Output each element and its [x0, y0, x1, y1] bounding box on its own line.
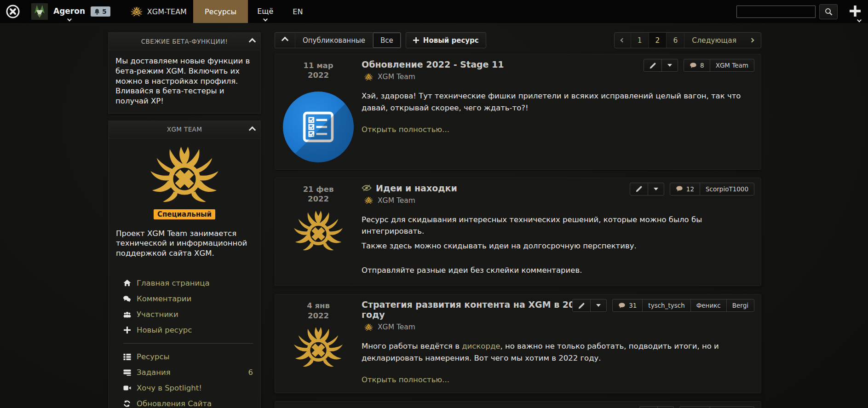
comment-bubble-icon — [676, 186, 683, 192]
post-thumbnail-checklist[interactable] — [283, 92, 354, 162]
collapse-button[interactable] — [250, 38, 255, 46]
post-author[interactable]: XGM Team — [364, 73, 751, 81]
sidebar-item-spotlight[interactable]: Хочу в Spotlight! — [122, 384, 253, 392]
post-thumbnail-eagle[interactable] — [294, 211, 343, 253]
post-date: 11 мар 2022 — [275, 61, 362, 80]
eagle-logo — [364, 323, 373, 331]
tag[interactable]: Феникс — [690, 299, 726, 311]
post-author[interactable]: XGM Team — [364, 323, 751, 331]
sidebar-item-tasks[interactable]: Задания 6 — [122, 368, 253, 377]
chevron-up-icon — [282, 37, 289, 44]
resource-card: 11 мар 2022 Обновление 2022 - Stage 11 X… — [275, 54, 761, 170]
pencil-icon — [578, 302, 585, 309]
tag[interactable]: Bergi — [726, 299, 754, 311]
search-input[interactable] — [736, 6, 816, 18]
team-panel-header: XGM TEAM — [109, 121, 260, 138]
chevron-up-icon — [249, 126, 256, 134]
create-button[interactable] — [850, 6, 861, 17]
filter-published[interactable]: Опубликованные — [295, 33, 373, 48]
tab-more[interactable]: Ещё — [248, 0, 282, 23]
more-actions-button[interactable] — [590, 299, 606, 311]
open-full-link[interactable]: Открыть полностью... — [362, 124, 449, 136]
chevron-left-icon — [620, 38, 625, 43]
page-6[interactable]: 6 — [666, 33, 684, 48]
status-badge: Специальный — [154, 209, 215, 219]
collapse-button[interactable] — [250, 126, 255, 134]
comments-count[interactable]: 8 — [684, 59, 710, 71]
chevron-up-icon — [249, 38, 256, 46]
caret-down-icon — [654, 188, 658, 190]
chevron-down-icon — [858, 15, 861, 23]
user-menu[interactable]: Ageron — [53, 6, 85, 17]
post-author[interactable]: XGM Team — [364, 196, 751, 205]
avatar[interactable] — [31, 3, 48, 20]
resource-card: 4 янв 2022 Стратегия развития контента н… — [275, 294, 761, 393]
beta-panel-title: СВЕЖИЕ БЕТА-ФУНКЦИИ! — [141, 38, 228, 45]
edit-button[interactable] — [644, 59, 661, 71]
edit-group — [630, 183, 664, 195]
tag[interactable]: ScorpioT1000 — [700, 183, 754, 195]
prev-page-button[interactable] — [615, 33, 631, 48]
chevron-right-icon — [750, 38, 754, 43]
resource-card: 21 фев 2022 Идеи и находки XGM Team Ресу… — [275, 178, 761, 286]
list-icon — [122, 354, 132, 360]
post-actions: 8 XGM Team — [644, 59, 754, 72]
sidebar-item-site-updates[interactable]: Обновления Сайта — [122, 399, 253, 408]
collapse-list-button[interactable] — [275, 33, 295, 48]
notifications-badge[interactable]: 5 — [91, 6, 110, 17]
sidebar-item-comments[interactable]: Комментарии — [122, 294, 253, 303]
new-resource-button[interactable]: Новый ресурс — [406, 32, 486, 48]
sidebar-item-resources[interactable]: Ресурсы — [122, 352, 253, 361]
post-date: 21 фев 2022 — [275, 184, 362, 204]
sidebar-menu: Главная страница Комментарии Участники Н… — [109, 260, 260, 408]
tasks-icon — [122, 369, 132, 376]
post-body: Хэй, здарова! Тут технические фишки прил… — [362, 90, 751, 136]
home-icon — [122, 280, 132, 287]
tasks-count: 6 — [248, 368, 253, 377]
post-actions: 31 tysch_tysch Феникс Bergi — [572, 299, 754, 312]
edit-button[interactable] — [573, 299, 590, 311]
resource-card: 31 дек 2021 Новый 2022 XGM Team 🥂 Новый … — [275, 401, 761, 408]
sidebar-item-new-resource[interactable]: Новый ресурс — [122, 326, 253, 334]
filter-all[interactable]: Все — [373, 33, 401, 48]
post-meta-column: 4 янв 2022 — [275, 299, 362, 386]
comment-bubble-icon — [618, 303, 626, 309]
sidebar-item-members[interactable]: Участники — [122, 310, 253, 319]
chevron-down-icon — [68, 13, 71, 23]
search-button[interactable] — [819, 4, 838, 19]
refresh-icon — [122, 400, 132, 407]
search-icon — [825, 8, 833, 16]
comments-tags-group: 34 XGM Team — [679, 406, 754, 408]
tab-language[interactable]: EN — [282, 0, 313, 23]
resources-toolbar: Опубликованные Все Новый ресурс 1 2 6 Сл… — [275, 32, 761, 48]
more-actions-button[interactable] — [648, 183, 664, 195]
pagination: 1 2 6 Следующая — [614, 32, 761, 48]
comments-tags-group: 8 XGM Team — [684, 59, 754, 72]
edit-button[interactable] — [630, 183, 648, 195]
post-paragraph: Много работы ведётся в дискорде, но важн… — [362, 340, 744, 364]
open-full-link[interactable]: Открыть полностью... — [362, 374, 449, 386]
page-2-active[interactable]: 2 — [649, 33, 667, 48]
discord-link[interactable]: дискорде — [462, 342, 500, 351]
sidebar: СВЕЖИЕ БЕТА-ФУНКЦИИ! Мы доставляем новые… — [108, 32, 261, 408]
divider — [123, 343, 253, 344]
sidebar-item-home[interactable]: Главная страница — [122, 279, 253, 287]
post-body: Ресурс для скидывания интересных техниче… — [362, 214, 751, 276]
post-content: Стратегия развития контента на XGM в 202… — [362, 299, 753, 386]
post-thumbnail-eagle[interactable] — [294, 327, 343, 369]
tag[interactable]: XGM Team — [710, 59, 754, 71]
page-1[interactable]: 1 — [631, 33, 649, 48]
comments-count[interactable]: 31 — [613, 299, 642, 311]
comments-tags-group: 12 ScorpioT1000 — [670, 183, 754, 195]
caret-down-icon — [596, 304, 601, 307]
more-actions-button[interactable] — [661, 59, 678, 71]
post-content: Идеи и находки XGM Team Ресурс для скиды… — [362, 183, 753, 279]
tab-resources[interactable]: Ресурсы — [193, 0, 248, 23]
tag[interactable]: tysch_tysch — [642, 299, 690, 311]
next-page-button[interactable]: Следующая — [684, 33, 761, 48]
xgm-circle-logo[interactable] — [6, 4, 20, 19]
post-meta-column: 21 фев 2022 — [275, 183, 362, 279]
comments-count[interactable]: 12 — [670, 183, 700, 195]
pencil-icon — [650, 62, 656, 69]
team-home-link[interactable]: XGM-TEAM — [131, 6, 187, 17]
